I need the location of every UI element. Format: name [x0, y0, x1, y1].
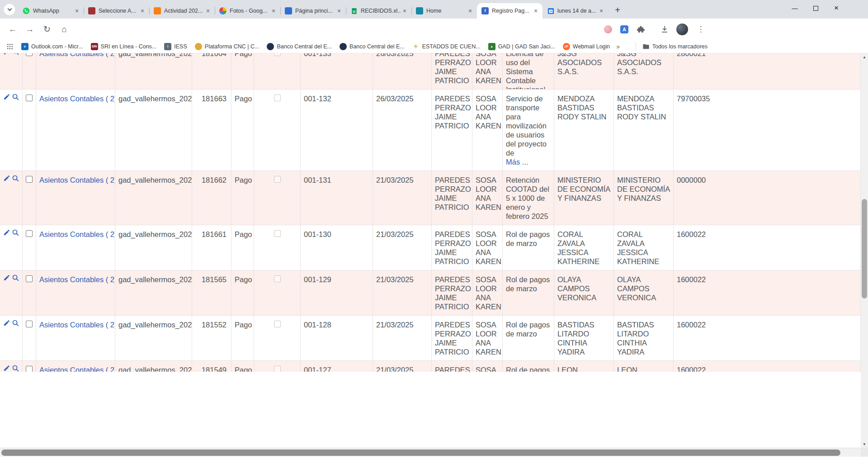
browser-tab[interactable]: Actividad 202...× — [149, 3, 215, 19]
status-checkbox[interactable] — [274, 275, 281, 282]
bookmark-label: Plataforma CNC | C... — [205, 43, 259, 50]
bookmark-item[interactable]: ✳ESTADOS DE CUEN... — [412, 43, 481, 50]
edit-icon[interactable] — [3, 229, 10, 236]
bookmark-item[interactable]: SRISRI en Línea - Cons... — [91, 43, 157, 50]
tab-close-icon[interactable]: × — [73, 7, 81, 15]
bookmark-item[interactable]: cPWebmail Login — [563, 43, 610, 50]
bookmark-item[interactable]: Banco Central del E... — [267, 43, 332, 50]
browser-tab[interactable]: RECIBIDOS.xl...× — [346, 3, 411, 19]
vertical-scroll-thumb[interactable] — [862, 199, 867, 298]
bookmarks-overflow-chevron[interactable]: » — [616, 43, 620, 50]
reload-button[interactable]: ↻ — [41, 23, 53, 36]
row-checkbox[interactable] — [26, 53, 33, 56]
tab-close-icon[interactable]: × — [466, 7, 474, 15]
browser-tab[interactable]: fRegistro Pag...× — [477, 3, 542, 19]
close-button[interactable]: × — [826, 0, 847, 16]
asientos-contables-link[interactable]: Asientos Contables ( 2) — [39, 321, 115, 329]
forward-button[interactable]: → — [24, 23, 36, 36]
browser-tab[interactable]: WhatsApp× — [18, 3, 84, 19]
horizontal-scroll-thumb[interactable] — [1, 450, 840, 456]
maximize-button[interactable] — [805, 0, 826, 16]
magnifier-icon[interactable] — [12, 229, 19, 237]
magnifier-icon[interactable] — [12, 319, 19, 327]
vertical-scrollbar[interactable]: ▲ ▼ — [861, 53, 868, 448]
bookmark-item[interactable]: oOutlook.com - Micr... — [21, 43, 83, 50]
edit-icon[interactable] — [3, 53, 10, 55]
edit-icon[interactable] — [3, 319, 10, 327]
magnifier-icon[interactable] — [12, 93, 19, 101]
bookmark-item[interactable]: ▲GAD | GAD San Jaci... — [488, 43, 555, 50]
tab-close-icon[interactable]: × — [532, 7, 540, 15]
home-button[interactable]: ⌂ — [58, 23, 71, 36]
browser-tab[interactable]: 14lunes 14 de a...× — [542, 3, 608, 19]
new-tab-button[interactable]: + — [611, 4, 624, 16]
status-checkbox[interactable] — [274, 230, 281, 237]
status-checkbox[interactable] — [274, 321, 281, 327]
back-button[interactable]: ← — [6, 23, 19, 36]
minimize-icon: — — [792, 5, 798, 12]
asientos-contables-link[interactable]: Asientos Contables ( 2) — [39, 53, 115, 57]
scroll-up-icon[interactable]: ▲ — [861, 53, 868, 61]
all-bookmarks-button[interactable]: Todos los marcadores — [636, 42, 708, 51]
cell-id: 181552 — [202, 321, 226, 329]
table-row: Asientos Contables ( 2)gad_vallehermos_2… — [0, 90, 861, 171]
row-checkbox[interactable] — [26, 95, 33, 101]
cell-date: 21/03/2025 — [376, 230, 414, 238]
row-checkbox[interactable] — [26, 321, 33, 327]
magnifier-icon[interactable] — [12, 274, 19, 282]
status-checkbox[interactable] — [274, 176, 281, 183]
tab-close-icon[interactable]: × — [269, 7, 278, 15]
status-checkbox[interactable] — [274, 366, 281, 372]
calendar-icon: 14 — [547, 7, 554, 14]
asientos-contables-link[interactable]: Asientos Contables ( 2) — [39, 230, 115, 238]
asientos-contables-link[interactable]: Asientos Contables ( 2) — [39, 366, 115, 372]
asientos-contables-link[interactable]: Asientos Contables ( 2) — [39, 95, 115, 103]
extension-icon[interactable] — [604, 25, 612, 33]
row-checkbox[interactable] — [26, 230, 33, 237]
menu-button[interactable]: ⋮ — [695, 24, 706, 35]
status-checkbox[interactable] — [274, 53, 281, 56]
downloads-icon[interactable] — [660, 25, 669, 34]
magnifier-icon[interactable] — [12, 175, 19, 182]
minimize-button[interactable]: — — [784, 0, 805, 16]
scroll-down-icon[interactable]: ▼ — [861, 440, 868, 448]
edit-icon[interactable] — [3, 175, 10, 182]
status-checkbox[interactable] — [274, 95, 281, 101]
horizontal-scrollbar[interactable] — [0, 448, 861, 457]
bookmark-item[interactable]: IIESS — [164, 43, 187, 50]
tab-close-icon[interactable]: × — [401, 7, 409, 15]
extensions-puzzle-icon[interactable] — [637, 25, 645, 33]
browser-tab[interactable]: Página princi...× — [280, 3, 346, 19]
edit-icon[interactable] — [3, 93, 10, 100]
browser-tab[interactable]: Fotos - Goog...× — [215, 3, 280, 19]
window-controls: — × — [784, 0, 847, 16]
tab-close-icon[interactable]: × — [204, 7, 212, 15]
browser-tab[interactable]: Seleccione A...× — [84, 3, 149, 19]
cnc-icon — [195, 43, 202, 50]
asientos-contables-link[interactable]: Asientos Contables ( 2) — [39, 176, 115, 184]
edit-icon[interactable] — [3, 364, 10, 372]
apps-grid-icon[interactable] — [6, 43, 14, 50]
bookmark-label: SRI en Línea - Cons... — [101, 43, 157, 50]
tab-close-icon[interactable]: × — [335, 7, 343, 15]
row-checkbox[interactable] — [26, 366, 33, 372]
magnifier-icon[interactable] — [12, 364, 19, 372]
bookmark-item[interactable]: Plataforma CNC | C... — [195, 43, 259, 50]
cell-database: gad_vallehermos_2025 — [118, 321, 192, 329]
tab-close-icon[interactable]: × — [597, 7, 605, 15]
tab-search-button[interactable] — [4, 4, 15, 15]
cell-type: Pago — [235, 53, 252, 57]
magnifier-icon[interactable] — [12, 53, 19, 56]
bookmark-item[interactable]: Banco Central del E... — [340, 43, 405, 50]
asientos-contables-link[interactable]: Asientos Contables ( 2) — [39, 275, 115, 284]
mas-link[interactable]: Más ... — [506, 158, 528, 166]
row-checkbox[interactable] — [26, 275, 33, 282]
edit-icon[interactable] — [3, 274, 10, 281]
profile-avatar[interactable] — [676, 24, 688, 35]
tab-close-icon[interactable]: × — [138, 7, 146, 15]
browser-tab[interactable]: Home× — [411, 3, 477, 19]
row-checkbox[interactable] — [26, 176, 33, 183]
cell-document: 001-127 — [304, 366, 331, 372]
translate-extension-icon[interactable]: A — [620, 25, 628, 33]
tab-strip: WhatsApp×Seleccione A...×Actividad 202..… — [0, 0, 868, 19]
